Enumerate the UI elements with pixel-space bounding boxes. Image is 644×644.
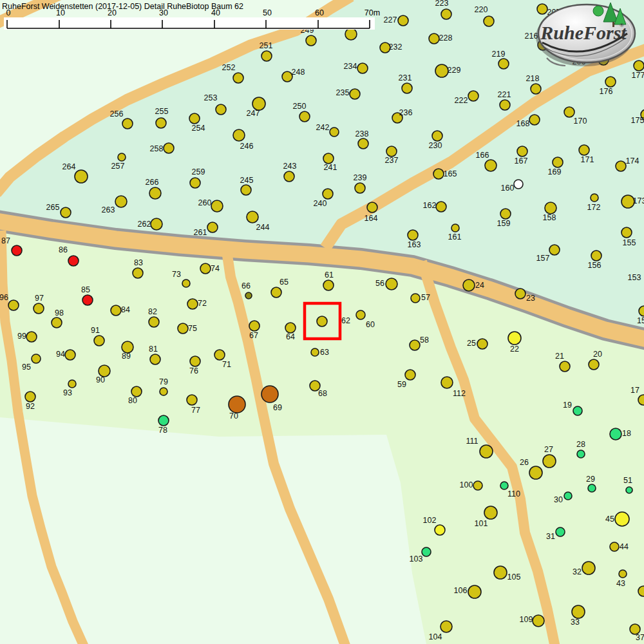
tree-dot-23[interactable] (515, 289, 526, 299)
tree-dot-169[interactable] (553, 157, 563, 167)
tree-dot-158[interactable] (545, 202, 556, 214)
tree-dot-262[interactable] (151, 218, 162, 230)
tree-dot-174[interactable] (616, 161, 626, 171)
tree-dot-222[interactable] (468, 91, 478, 101)
tree-dot-19[interactable] (573, 406, 582, 415)
tree-dot-80[interactable] (131, 386, 142, 397)
tree-dot-264[interactable] (75, 170, 88, 183)
tree-dot-265[interactable] (61, 207, 71, 218)
tree-dot-105[interactable] (494, 566, 507, 579)
tree-dot-227[interactable] (398, 15, 408, 26)
tree-dot-32[interactable] (582, 562, 595, 574)
tree-dot-62[interactable] (317, 316, 327, 327)
tree-dot-230[interactable] (432, 131, 442, 141)
tree-dot-91[interactable] (94, 336, 104, 346)
tree-dot-94[interactable] (65, 350, 75, 360)
tree-dot-231[interactable] (402, 83, 412, 93)
tree-dot-159[interactable] (500, 209, 511, 219)
tree-dot-61[interactable] (323, 280, 334, 290)
tree-dot-228[interactable] (429, 33, 439, 44)
tree-dot-112[interactable] (441, 377, 453, 388)
tree-dot-258[interactable] (164, 143, 174, 153)
tree-dot-84[interactable] (111, 305, 121, 316)
tree-dot-165[interactable] (433, 169, 444, 179)
map-viewport[interactable]: 2492272232202072162322282512292192182212… (0, 0, 644, 644)
tree-dot-156[interactable] (591, 251, 601, 261)
tree-dot-155[interactable] (621, 227, 632, 238)
tree-dot-101[interactable] (484, 506, 497, 519)
tree-dot-106[interactable] (468, 585, 481, 598)
tree-dot-104[interactable] (440, 621, 452, 632)
tree-dot-157[interactable] (549, 245, 560, 255)
tree-dot-77[interactable] (187, 395, 197, 405)
tree-dot[interactable] (345, 28, 357, 40)
tree-dot-33[interactable] (572, 605, 585, 618)
tree-dot-28[interactable] (577, 450, 585, 458)
tree-dot-64[interactable] (285, 323, 296, 333)
tree-dot-65[interactable] (271, 287, 281, 298)
tree-dot-73[interactable] (182, 279, 190, 287)
tree-dot-83[interactable] (133, 268, 143, 278)
tree-dot[interactable] (638, 586, 644, 596)
tree-dot-161[interactable] (451, 224, 459, 232)
tree-dot-250[interactable] (299, 111, 310, 122)
tree-dot-72[interactable] (187, 299, 198, 309)
tree-dot-74[interactable] (200, 263, 211, 274)
tree-dot-87[interactable] (12, 245, 22, 256)
tree-dot-254[interactable] (189, 113, 200, 124)
tree-dot-78[interactable] (158, 415, 169, 426)
tree-dot-263[interactable] (115, 196, 127, 207)
tree-dot-109[interactable] (533, 615, 544, 627)
tree-dot-44[interactable] (610, 542, 619, 551)
tree-dot-59[interactable] (405, 370, 415, 380)
tree-dot-168[interactable] (529, 115, 540, 125)
tree-dot-223[interactable] (441, 9, 451, 19)
tree-dot-71[interactable] (214, 350, 225, 360)
tree-dot-97[interactable] (33, 303, 44, 314)
tree-dot-70[interactable] (229, 396, 245, 413)
tree-dot-89[interactable] (122, 341, 133, 353)
tree-dot-253[interactable] (216, 104, 226, 115)
tree-dot-166[interactable] (485, 160, 497, 171)
tree-dot-237[interactable] (386, 146, 397, 156)
tree-dot-79[interactable] (160, 388, 167, 395)
tree-dot-229[interactable] (435, 64, 448, 77)
tree-dot-219[interactable] (498, 59, 509, 69)
tree-dot-167[interactable] (517, 146, 527, 156)
tree-dot-251[interactable] (261, 51, 272, 61)
tree-dot-243[interactable] (284, 171, 294, 182)
tree-dot-164[interactable] (367, 202, 377, 213)
tree-dot-60[interactable] (356, 310, 365, 319)
tree-dot-86[interactable] (68, 256, 79, 266)
tree-dot-82[interactable] (149, 317, 159, 327)
tree-dot-235[interactable] (350, 89, 360, 99)
tree-dot-67[interactable] (249, 321, 260, 331)
tree-dot-17[interactable] (638, 395, 644, 405)
tree-dot-96[interactable] (8, 300, 19, 310)
tree-dot-207[interactable] (537, 4, 547, 14)
tree-dot-27[interactable] (543, 455, 556, 468)
tree-dot-266[interactable] (149, 187, 161, 199)
tree-dot-110[interactable] (500, 482, 508, 489)
tree-dot-162[interactable] (436, 202, 446, 212)
tree-dot-260[interactable] (211, 200, 223, 212)
tree-dot-256[interactable] (122, 118, 133, 129)
tree-dot-30[interactable] (564, 492, 572, 500)
tree-dot-45[interactable] (615, 512, 629, 526)
tree-dot-18[interactable] (610, 428, 621, 440)
tree-dot-252[interactable] (233, 73, 243, 83)
tree-dot-99[interactable] (26, 332, 37, 342)
tree-dot-176[interactable] (605, 77, 616, 87)
tree-dot-92[interactable] (25, 392, 35, 402)
tree-dot-25[interactable] (477, 339, 488, 349)
tree-dot-98[interactable] (52, 317, 62, 328)
tree-dot-241[interactable] (323, 153, 334, 164)
tree-dot-239[interactable] (355, 183, 365, 193)
tree-dot-255[interactable] (156, 118, 166, 128)
tree-dot-261[interactable] (207, 222, 218, 232)
tree-dot-81[interactable] (150, 354, 160, 365)
tree-dot-93[interactable] (68, 380, 76, 388)
tree-dot-221[interactable] (500, 100, 510, 110)
tree-dot-31[interactable] (556, 527, 565, 536)
tree-dot-21[interactable] (560, 361, 570, 372)
